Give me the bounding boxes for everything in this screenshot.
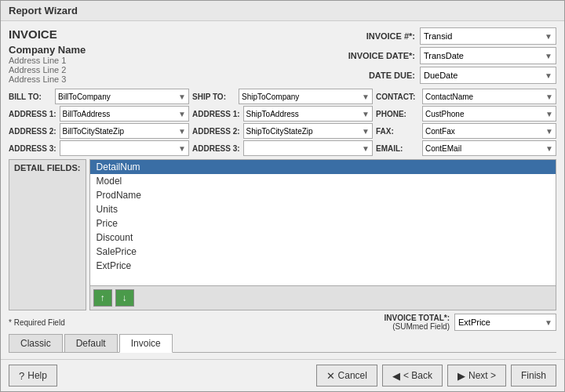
detail-item-4[interactable]: Price [90, 216, 556, 230]
contact-arrow: ▼ [545, 93, 553, 101]
window-title: Report Wizard [9, 5, 78, 16]
footer-row: * Required Field INVOICE TOTAL*: (SUMmed… [9, 314, 556, 331]
phone-value: CustPhone [425, 110, 464, 118]
tab-invoice[interactable]: Invoice [119, 334, 173, 353]
bill-to-label: BILL TO: [9, 93, 52, 101]
detail-fields-label: DETAIL FIELDS: [9, 159, 86, 310]
invoice-total-dropdown[interactable]: ExtPrice ▼ [454, 314, 556, 331]
address-line-2: Address Line 2 [9, 65, 86, 74]
total-row: INVOICE TOTAL*: (SUMmed Field) ExtPrice … [384, 314, 556, 331]
cancel-label: Cancel [338, 370, 367, 381]
detail-section: DETAIL FIELDS: DetailNum Model ProdName … [9, 159, 556, 310]
email-value: ContEMail [425, 144, 461, 153]
bill-addr1-dropdown[interactable]: BillToAddress ▼ [60, 106, 189, 122]
cancel-icon: ✕ [326, 370, 335, 382]
ship-to-dropdown[interactable]: ShipToCompany ▼ [239, 89, 373, 104]
invoice-num-label: INVOICE #*: [337, 31, 415, 41]
bill-addr2-dropdown[interactable]: BillToCityStateZip ▼ [60, 123, 189, 139]
date-due-value: DueDate [424, 71, 457, 80]
arrow-buttons: ↑ ↓ [90, 285, 556, 310]
invoice-right-fields: INVOICE #*: Transid ▼ INVOICE DATE*: Tra… [337, 27, 556, 84]
detail-item-3[interactable]: Units [90, 202, 556, 216]
detail-list: DetailNum Model ProdName Units Price Dis… [90, 160, 556, 285]
finish-label: Finish [521, 370, 546, 381]
nav-buttons: ✕ Cancel ◀ < Back ▶ Next > Finish [316, 365, 556, 387]
date-due-row: DATE DUE: DueDate ▼ [337, 67, 556, 84]
detail-item-0[interactable]: DetailNum [90, 160, 556, 174]
email-row: EMAIL: ContEMail ▼ [376, 140, 556, 156]
cancel-button[interactable]: ✕ Cancel [316, 365, 377, 387]
ship-addr3-dropdown[interactable]: ▼ [243, 140, 373, 156]
contact-dropdown[interactable]: ContactName ▼ [422, 89, 556, 104]
ship-addr1-dropdown[interactable]: ShipToAddress ▼ [243, 106, 373, 122]
back-label: < Back [403, 370, 432, 381]
back-icon: ◀ [392, 370, 400, 382]
bill-addr1-arrow: ▼ [178, 110, 186, 118]
invoice-num-dropdown[interactable]: Transid ▼ [420, 27, 556, 45]
bill-to-row: BILL TO: BillToCompany ▼ [9, 89, 189, 104]
ship-to-label: SHIP TO: [192, 93, 235, 101]
next-icon: ▶ [457, 370, 465, 382]
contact-value: ContactName [425, 93, 473, 101]
finish-button[interactable]: Finish [511, 365, 556, 387]
invoice-total-label: INVOICE TOTAL*: [384, 314, 450, 322]
date-due-arrow: ▼ [545, 71, 552, 80]
tab-classic[interactable]: Classic [9, 334, 63, 352]
fax-arrow: ▼ [545, 127, 553, 136]
bill-addr2-label: ADDRESS 2: [9, 127, 56, 136]
ship-addr1-value: ShipToAddress [246, 110, 299, 118]
bill-addr2-value: BillToCityStateZip [63, 127, 124, 136]
detail-item-6[interactable]: SalePrice [90, 245, 556, 259]
help-icon: ? [19, 370, 24, 382]
bill-addr3-row: ADDRESS 3: ▼ [9, 140, 189, 156]
invoice-date-row: INVOICE DATE*: TransDate ▼ [337, 47, 556, 64]
next-button[interactable]: ▶ Next > [447, 365, 506, 387]
bill-addr3-dropdown[interactable]: ▼ [60, 140, 189, 156]
detail-item-2[interactable]: ProdName [90, 188, 556, 202]
bottom-bar: ? Help ✕ Cancel ◀ < Back ▶ Next > Finish [1, 359, 564, 391]
ship-addr1-label: ADDRESS 1: [192, 110, 240, 118]
tab-default[interactable]: Default [64, 334, 118, 352]
ship-to-row: SHIP TO: ShipToCompany ▼ [192, 89, 373, 104]
help-button[interactable]: ? Help [9, 365, 57, 387]
next-label: Next > [468, 370, 496, 381]
invoice-date-dropdown[interactable]: TransDate ▼ [420, 47, 556, 64]
fax-dropdown[interactable]: ContFax ▼ [422, 123, 556, 139]
detail-item-5[interactable]: Discount [90, 230, 556, 245]
main-content: INVOICE Company Name Address Line 1 Addr… [1, 21, 564, 359]
date-due-label: DATE DUE: [337, 71, 415, 80]
move-down-button[interactable]: ↓ [115, 289, 134, 307]
bill-addr2-row: ADDRESS 2: BillToCityStateZip ▼ [9, 123, 189, 139]
email-dropdown[interactable]: ContEMail ▼ [422, 140, 556, 156]
bill-to-value: BillToCompany [58, 93, 111, 101]
ship-addr2-dropdown[interactable]: ShipToCityStateZip ▼ [243, 123, 373, 139]
phone-label: PHONE: [376, 110, 419, 118]
invoice-date-label: INVOICE DATE*: [337, 51, 415, 60]
detail-item-1[interactable]: Model [90, 174, 556, 188]
bill-to-arrow: ▼ [178, 93, 186, 101]
bill-addr3-arrow: ▼ [178, 144, 186, 153]
phone-dropdown[interactable]: CustPhone ▼ [422, 106, 556, 122]
invoice-date-value: TransDate [424, 51, 464, 60]
address-line-1: Address Line 1 [9, 56, 86, 65]
date-due-dropdown[interactable]: DueDate ▼ [420, 67, 556, 84]
back-button[interactable]: ◀ < Back [382, 365, 443, 387]
fax-value: ContFax [425, 127, 455, 136]
detail-item-7[interactable]: ExtPrice [90, 259, 556, 273]
tabs-row: Classic Default Invoice [9, 334, 556, 353]
move-up-button[interactable]: ↑ [93, 289, 112, 307]
ship-to-section: SHIP TO: ShipToCompany ▼ ADDRESS 1: Ship… [192, 89, 373, 156]
bill-to-dropdown[interactable]: BillToCompany ▼ [55, 89, 189, 104]
ship-addr1-arrow: ▼ [362, 110, 370, 118]
contact-label: CONTACT: [376, 93, 419, 101]
contact-section: CONTACT: ContactName ▼ PHONE: CustPhone … [376, 89, 556, 156]
invoice-num-row: INVOICE #*: Transid ▼ [337, 27, 556, 45]
invoice-total-arrow: ▼ [545, 318, 552, 327]
contact-row: CONTACT: ContactName ▼ [376, 89, 556, 104]
bill-addr1-value: BillToAddress [63, 110, 111, 118]
title-bar: Report Wizard [1, 1, 564, 21]
invoice-num-arrow: ▼ [545, 32, 552, 41]
invoice-total-label-container: INVOICE TOTAL*: (SUMmed Field) [384, 314, 450, 331]
email-arrow: ▼ [545, 144, 553, 153]
company-name: Company Name [9, 44, 86, 56]
